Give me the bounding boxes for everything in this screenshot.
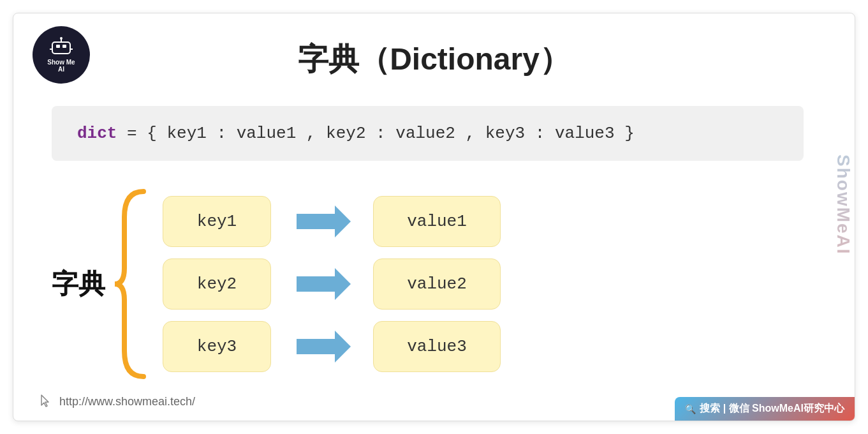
slide: Show Me AI 字典（Dictionary） dict = { key1 … <box>13 13 855 421</box>
value-box-1: value1 <box>373 196 501 247</box>
values-column: value1 value2 value3 <box>373 196 501 372</box>
page-title: 字典（Dictionary） <box>13 39 855 80</box>
search-icon: 🔍 <box>685 404 696 414</box>
cursor-icon <box>39 394 54 409</box>
watermark-vertical: ShowMeAI <box>832 52 855 358</box>
code-block: dict = { key1 : value1 , key2 : value2 ,… <box>52 106 804 161</box>
arrow-icon-1 <box>290 196 354 247</box>
diagram: 字典 key1 key2 key3 <box>52 186 791 382</box>
value-box-3: value3 <box>373 321 501 372</box>
arrow-icon-2 <box>290 258 354 310</box>
keys-column: key1 key2 key3 <box>163 196 271 372</box>
arrow-icon-3 <box>290 321 354 372</box>
footer-url: http://www.showmeai.tech/ <box>39 394 195 409</box>
code-expression: = { key1 : value1 , key2 : value2 , key3… <box>117 124 634 143</box>
arrows-column <box>290 196 354 372</box>
svg-marker-9 <box>297 331 351 363</box>
bottom-badge: 🔍 搜索 | 微信 ShowMeAI研究中心 <box>675 397 855 421</box>
key-box-1: key1 <box>163 196 271 247</box>
code-keyword: dict <box>77 124 117 143</box>
key-box-3: key3 <box>163 321 271 372</box>
svg-marker-7 <box>297 206 351 237</box>
svg-marker-8 <box>297 268 351 300</box>
dict-label: 字典 <box>52 266 105 302</box>
value-box-2: value2 <box>373 258 501 310</box>
key-box-2: key2 <box>163 258 271 310</box>
curly-brace-icon <box>112 185 150 383</box>
brace-container <box>112 185 150 383</box>
